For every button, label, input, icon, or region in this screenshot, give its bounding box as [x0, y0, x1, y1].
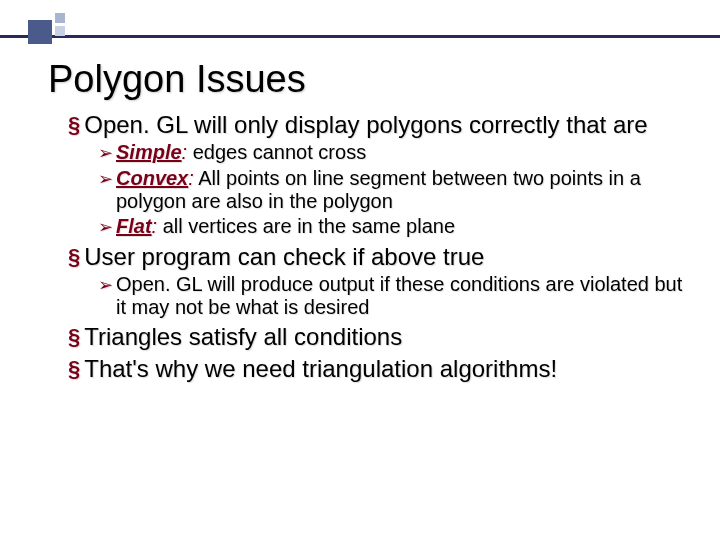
arrow-bullet-icon: ➢ [98, 215, 113, 239]
bullet-text: User program can check if above true [84, 243, 484, 271]
term-convex: Convex [116, 167, 188, 189]
arrow-bullet-icon: ➢ [98, 273, 113, 297]
bullet-text: Triangles satisfy all conditions [84, 323, 402, 351]
def-convex: All points on line segment between two p… [116, 167, 641, 212]
bullet-text: Open. GL will only display polygons corr… [84, 111, 647, 139]
subbullet-text: Simple: edges cannot cross [116, 141, 688, 164]
subbullet-flat: ➢ Flat: all vertices are in the same pla… [98, 215, 688, 239]
bullet-opengl-display: § Open. GL will only display polygons co… [68, 111, 688, 139]
square-bullet-icon: § [68, 243, 80, 271]
bullet-triangulation: § That's why we need triangulation algor… [68, 355, 688, 383]
bullet-user-program: § User program can check if above true [68, 243, 688, 271]
def-simple: edges cannot cross [187, 141, 366, 163]
def-flat: all vertices are in the same plane [157, 215, 455, 237]
top-border-line [0, 35, 720, 38]
subbullet-convex: ➢ Convex: All points on line segment bet… [98, 167, 688, 213]
decor-square-small-1 [55, 13, 65, 23]
subbullet-text: Open. GL will produce output if these co… [116, 273, 688, 319]
slide-content: Polygon Issues § Open. GL will only disp… [48, 58, 688, 383]
term-simple: Simple [116, 141, 182, 163]
subbullet-text: Flat: all vertices are in the same plane [116, 215, 688, 238]
subbullet-output: ➢ Open. GL will produce output if these … [98, 273, 688, 319]
term-flat: Flat [116, 215, 152, 237]
arrow-bullet-icon: ➢ [98, 141, 113, 165]
subbullet-simple: ➢ Simple: edges cannot cross [98, 141, 688, 165]
square-bullet-icon: § [68, 355, 80, 383]
bullet-triangles: § Triangles satisfy all conditions [68, 323, 688, 351]
bullet-text: That's why we need triangulation algorit… [84, 355, 557, 383]
square-bullet-icon: § [68, 111, 80, 139]
decor-square-large [28, 20, 52, 44]
slide-title: Polygon Issues [48, 58, 688, 101]
decor-square-small-2 [55, 26, 65, 36]
subbullet-text: Convex: All points on line segment betwe… [116, 167, 688, 213]
square-bullet-icon: § [68, 323, 80, 351]
arrow-bullet-icon: ➢ [98, 167, 113, 191]
